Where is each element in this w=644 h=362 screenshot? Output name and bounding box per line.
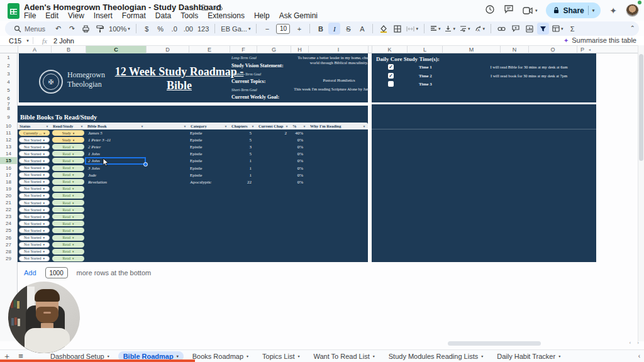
row-header-9[interactable]: 9: [0, 112, 17, 123]
column-header-A[interactable]: A: [18, 46, 51, 53]
row-header-10[interactable]: 10: [0, 123, 17, 129]
read-study-dropdown[interactable]: Read▾: [52, 221, 84, 226]
column-header-I[interactable]: I: [308, 46, 368, 53]
percent-cell[interactable]: 0%: [287, 151, 303, 156]
row-header-4[interactable]: 4: [0, 78, 17, 86]
table-column-header-blank[interactable]: [146, 123, 189, 129]
fill-color-button[interactable]: [377, 23, 389, 35]
bold-button[interactable]: B: [314, 23, 326, 35]
row-header-8[interactable]: 8: [0, 106, 17, 112]
row-header-12[interactable]: 12: [0, 136, 17, 143]
read-study-dropdown[interactable]: Read▾: [52, 158, 84, 163]
read-study-dropdown[interactable]: Read▾: [52, 256, 84, 261]
chapters-cell[interactable]: 1: [231, 158, 252, 163]
tab-want-to-read-list[interactable]: Want To Read List▾: [308, 351, 379, 361]
chapters-cell[interactable]: 5: [231, 151, 252, 156]
text-color-button[interactable]: A: [356, 23, 368, 35]
tab-books-roadmap[interactable]: Books Roadmap▾: [187, 351, 253, 361]
bible-book-cell[interactable]: 1 Peter 3 -11: [88, 138, 111, 143]
category-cell[interactable]: Epistle: [190, 145, 202, 150]
status-dropdown[interactable]: Not Started▾: [19, 172, 50, 178]
format-percent-button[interactable]: %: [155, 23, 167, 35]
read-study-dropdown[interactable]: Read▾: [52, 200, 84, 206]
merge-cells-button[interactable]: ▾: [405, 23, 419, 35]
column-header-B[interactable]: B: [51, 46, 86, 53]
insert-link-button[interactable]: [496, 23, 508, 35]
category-cell[interactable]: Epistle: [190, 138, 202, 143]
increase-font-size-button[interactable]: +: [293, 23, 305, 35]
row-header-15[interactable]: 15: [0, 157, 17, 164]
sheets-logo-icon[interactable]: [8, 3, 19, 19]
category-cell[interactable]: Epistle: [190, 151, 202, 156]
vertical-scrollbar[interactable]: [638, 45, 644, 341]
gemini-sparkle-icon[interactable]: ✦: [609, 6, 617, 16]
tab-topics-list[interactable]: Topics List▾: [257, 351, 304, 361]
column-header-D[interactable]: D: [146, 46, 189, 53]
format-currency-button[interactable]: $: [141, 23, 153, 35]
tab-scroll-left-icon[interactable]: ‹: [638, 353, 640, 359]
tab-daily-habit-tracker[interactable]: Daily Habit Tracker▾: [492, 351, 565, 361]
strikethrough-button[interactable]: S: [342, 23, 354, 35]
text-wrap-button[interactable]: ▾: [458, 23, 472, 35]
column-header-M[interactable]: M: [442, 46, 500, 53]
row-header-11[interactable]: 11: [0, 129, 17, 136]
horizontal-scroll-arrows[interactable]: ‹ ›: [629, 340, 641, 346]
row-header-3[interactable]: 3: [0, 70, 17, 78]
collapse-toolbar-icon[interactable]: ⌃: [630, 25, 635, 31]
tab-caret-icon[interactable]: ▾: [247, 354, 248, 358]
italic-button[interactable]: I: [328, 23, 340, 35]
column-header-N[interactable]: N: [500, 46, 528, 53]
row-header-28[interactable]: 28: [0, 248, 17, 255]
undo-button[interactable]: ↶: [52, 23, 64, 35]
table-column-header-why-i-m-reading[interactable]: Why I'm Reading: [308, 123, 368, 129]
column-filter-icon[interactable]: ▼: [80, 124, 84, 128]
add-rows-count-input[interactable]: 1000: [45, 267, 68, 278]
category-cell[interactable]: Epistle: [190, 166, 202, 171]
read-study-dropdown[interactable]: Read▾: [52, 207, 84, 212]
comments-icon[interactable]: [504, 4, 514, 16]
status-dropdown[interactable]: Not Started▾: [19, 165, 50, 171]
borders-button[interactable]: [391, 23, 403, 35]
horizontal-scrollbar-thumb[interactable]: [448, 341, 541, 346]
read-study-dropdown[interactable]: Read▾: [52, 228, 84, 233]
read-study-dropdown[interactable]: Read▾: [52, 179, 84, 185]
share-caret-icon[interactable]: ▾: [592, 8, 595, 13]
paint-format-button[interactable]: [94, 23, 106, 35]
tab-caret-icon[interactable]: ▾: [108, 354, 109, 358]
row-header-25[interactable]: 25: [0, 227, 17, 234]
formula-input[interactable]: 2 John: [53, 37, 74, 45]
font-size-input[interactable]: 10: [276, 24, 290, 34]
bible-book-cell[interactable]: 3 John: [88, 166, 100, 171]
bible-book-cell[interactable]: Revelation: [88, 180, 107, 185]
column-header-C[interactable]: C: [86, 46, 146, 53]
read-study-dropdown[interactable]: Read▾: [52, 151, 84, 156]
redo-button[interactable]: ↷: [66, 23, 78, 35]
read-study-dropdown[interactable]: Study▾: [52, 130, 84, 136]
current-chapter-cell[interactable]: 2: [268, 131, 287, 136]
read-study-dropdown[interactable]: Read▾: [52, 144, 84, 150]
tab-caret-icon[interactable]: ▾: [297, 354, 299, 358]
summarize-table-button[interactable]: ✦ Summarise this table: [564, 36, 636, 44]
table-views-button[interactable]: ▾: [551, 23, 565, 35]
row-header-21[interactable]: 21: [0, 199, 17, 206]
menu-extensions[interactable]: Extensions: [208, 11, 245, 20]
status-dropdown[interactable]: Not Started▾: [19, 207, 50, 212]
text-rotation-button[interactable]: A▾: [474, 23, 487, 35]
row-header-19[interactable]: 19: [0, 185, 17, 192]
category-cell[interactable]: Apocalyptic: [190, 180, 211, 185]
bible-book-cell[interactable]: James 5: [88, 131, 103, 136]
row-header-20[interactable]: 20: [0, 192, 17, 199]
column-filter-icon[interactable]: ▼: [285, 124, 289, 128]
menu-tools[interactable]: Tools: [180, 11, 198, 20]
status-dropdown[interactable]: Not Started▾: [19, 221, 50, 226]
row-header-29[interactable]: 29: [0, 255, 17, 262]
status-dropdown[interactable]: Not Started▾: [19, 249, 50, 255]
chapters-cell[interactable]: 5: [231, 138, 252, 143]
daily-time-desc[interactable]: I will read Bible for 30 mins at my desk…: [466, 65, 592, 69]
bible-book-cell[interactable]: 1 John: [88, 151, 100, 156]
column-header-K[interactable]: K: [372, 46, 407, 53]
column-filter-icon[interactable]: ▼: [303, 124, 306, 128]
status-dropdown[interactable]: Not Started▾: [19, 158, 50, 163]
status-dropdown[interactable]: Not Started▾: [19, 137, 50, 143]
read-study-dropdown[interactable]: Study▾: [52, 137, 84, 143]
